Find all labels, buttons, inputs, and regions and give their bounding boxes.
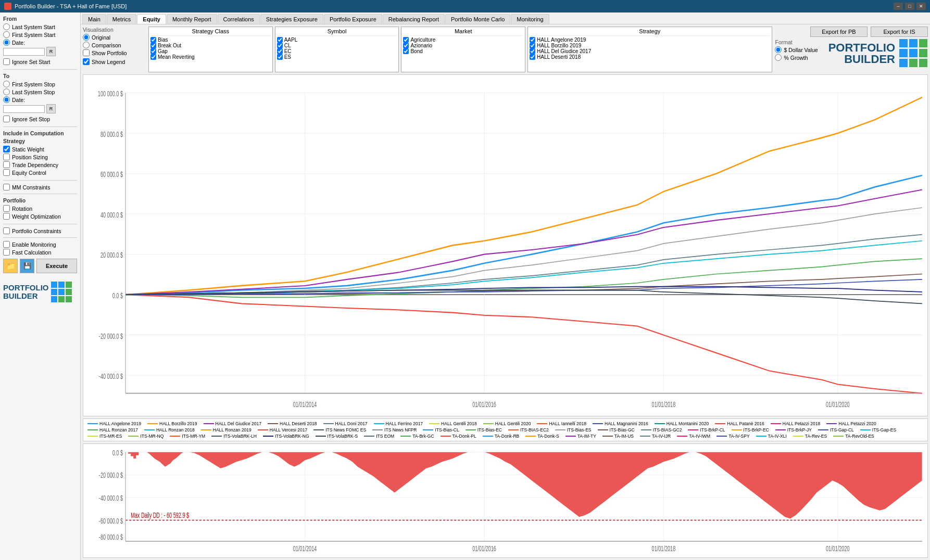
portfolio-constraints-item[interactable]: Portfolio Constraints	[3, 227, 77, 234]
position-sizing-item[interactable]: Position Sizing	[3, 154, 77, 160]
logo-text-1: PORTFOLIO	[3, 284, 49, 292]
data-boxes: Strategy Class Bias Break Out Gap Mean R…	[148, 27, 772, 72]
to-date-input[interactable]: 14/05/2021	[3, 105, 45, 113]
legend-hall-deserti: HALL Deserti 2018	[268, 421, 317, 426]
strategy-class-header: Strategy Class	[150, 28, 271, 36]
to-date[interactable]: Date:	[3, 96, 77, 103]
visualisation-section: Visualisation Original Comparison Show P…	[83, 27, 145, 66]
from-date[interactable]: Date:	[3, 39, 77, 46]
market-agriculture[interactable]: Agriculture	[403, 37, 523, 43]
strategy-hall-deserti[interactable]: HALL Deserti 2018	[530, 54, 770, 60]
legend-ta-donk-rb: TA-Donk-RB	[483, 434, 520, 439]
strategy-breakout[interactable]: Break Out	[150, 43, 271, 48]
svg-text:60 000.0 $: 60 000.0 $	[100, 170, 123, 179]
symbol-cl[interactable]: CL	[277, 43, 397, 48]
legend-its-volabrk-s: ITS-VolaBRK-S	[316, 434, 358, 439]
symbol-es[interactable]: ES	[277, 54, 397, 60]
from-date-reset[interactable]: R	[46, 47, 56, 56]
to-last-system-stop[interactable]: Last System Stop	[3, 88, 77, 95]
tab-rebalancing-report[interactable]: Rebalancing Report	[383, 14, 445, 24]
export-for-is-button[interactable]: Export for IS	[871, 27, 928, 37]
legend-area: HALL Angelone 2019 HALL Borzillo 2019 HA…	[83, 418, 928, 441]
svg-text:0.0 $: 0.0 $	[112, 449, 123, 457]
strategy-mean-reverting[interactable]: Mean Reverting	[150, 54, 271, 60]
window-controls: – □ ✕	[894, 3, 926, 10]
from-last-system-start[interactable]: Last System Start	[3, 23, 77, 30]
svg-rect-9	[899, 39, 908, 47]
ignore-set-stop[interactable]: Ignore Set Stop	[3, 116, 77, 122]
execute-button[interactable]: Execute	[36, 259, 77, 273]
close-button[interactable]: ✕	[916, 3, 926, 10]
strategy-hall-delgiudice[interactable]: HALL Del Giudice 2017	[530, 48, 770, 54]
svg-rect-17	[919, 59, 927, 67]
tab-strategies-exposure[interactable]: Strategies Exposure	[260, 14, 323, 24]
to-first-system-stop[interactable]: First System Stop	[3, 81, 77, 87]
mm-constraints-item[interactable]: MM Constraints	[3, 184, 77, 190]
ignore-set-start[interactable]: Ignore Set Start	[3, 58, 77, 65]
tab-main[interactable]: Main	[82, 14, 106, 24]
legend-ta-brk-gc: TA-Brk-GC	[400, 434, 434, 439]
legend-hall-ronzan-2019: HALL Ronzan 2019	[201, 427, 252, 432]
tab-equity[interactable]: Equity	[137, 14, 166, 24]
legend-its-mr-ym: ITS-MR-YM	[170, 434, 205, 439]
legend-ta-donk-s: TA-Donk-S	[525, 434, 559, 439]
computation-section: Include in Computation Strategy Static W…	[3, 130, 77, 176]
show-legend[interactable]: Show Legend	[83, 58, 145, 65]
viz-original[interactable]: Original	[83, 34, 145, 41]
svg-text:01/01/2018: 01/01/2018	[652, 544, 676, 553]
svg-rect-15	[899, 59, 908, 67]
chart-area: 100 000.0 $ 80 000.0 $ 60 000.0 $ 40 000…	[83, 74, 928, 558]
strategy-class-box: Strategy Class Bias Break Out Gap Mean R…	[148, 27, 273, 72]
market-list: Agriculture Azionario Bond	[403, 37, 523, 71]
svg-rect-2	[66, 282, 72, 288]
symbol-ec[interactable]: EC	[277, 48, 397, 54]
enable-monitoring-item[interactable]: Enable Monitoring	[3, 241, 77, 248]
logo-text-2: BUILDER	[3, 292, 49, 301]
equity-panel: Visualisation Original Comparison Show P…	[81, 24, 930, 560]
legend-hall-doni: HALL Doni 2017	[323, 421, 368, 426]
tab-portfolio-exposure[interactable]: Portfolio Exposure	[324, 14, 382, 24]
format-dollar[interactable]: $ Dollar Value	[775, 46, 818, 53]
tab-portfolio-monte-carlo[interactable]: Portfolio Monte Carlo	[445, 14, 510, 24]
market-bond[interactable]: Bond	[403, 48, 523, 54]
tab-bar: Main Metrics Equity Monthly Report Corre…	[81, 12, 930, 24]
strategy-hall-borzillo[interactable]: HALL Borzillo 2019	[530, 43, 770, 48]
strategy-hall-angelone[interactable]: HALL Angelone 2019	[530, 37, 770, 43]
pb-logo-large: PORTFOLIO BUILDER	[828, 39, 928, 68]
rotation-item[interactable]: Rotation	[3, 205, 77, 212]
svg-rect-0	[51, 282, 57, 288]
tab-correlations[interactable]: Correlations	[218, 14, 260, 24]
fast-calculation-item[interactable]: Fast Calculation	[3, 249, 77, 256]
from-label: From	[3, 16, 77, 22]
trade-dependency-item[interactable]: Trade Dependency	[3, 161, 77, 168]
symbol-aapl[interactable]: AAPL	[277, 37, 397, 43]
show-portfolio[interactable]: Show Portfolio	[83, 49, 145, 56]
folder-button[interactable]: 📁	[3, 259, 18, 273]
strategy-bias[interactable]: Bias	[150, 37, 271, 43]
equity-control-item[interactable]: Equity Control	[3, 169, 77, 176]
portfolio-label: Portfolio	[3, 197, 77, 203]
tab-monitoring[interactable]: Monitoring	[511, 14, 549, 24]
to-date-reset[interactable]: R	[46, 104, 56, 113]
strategy-gap[interactable]: Gap	[150, 48, 271, 54]
svg-text:01/01/2016: 01/01/2016	[472, 399, 496, 409]
visualisation-label: Visualisation	[83, 27, 145, 33]
legend-its-mr-es: ITS-MR-ES	[87, 434, 122, 439]
minimize-button[interactable]: –	[894, 3, 903, 10]
legend-hall-delgiudice: HALL Del Giudice 2017	[204, 421, 262, 426]
save-button[interactable]: 💾	[20, 259, 34, 273]
weight-optimization-item[interactable]: Weight Optimization	[3, 213, 77, 220]
tab-metrics[interactable]: Metrics	[107, 14, 136, 24]
maximize-button[interactable]: □	[905, 3, 914, 10]
tab-monthly-report[interactable]: Monthly Report	[167, 14, 217, 24]
controls-row: Visualisation Original Comparison Show P…	[83, 27, 928, 72]
from-date-input[interactable]: 01/05/2013	[3, 48, 45, 56]
legend-ta-im-us: TA-IM-US	[602, 434, 634, 439]
format-growth[interactable]: % Growth	[775, 54, 818, 61]
from-first-system-start[interactable]: First System Start	[3, 31, 77, 38]
export-for-pb-button[interactable]: Export for PB	[810, 27, 868, 37]
format-section: Format $ Dollar Value % Growth	[775, 39, 818, 61]
market-azionario[interactable]: Azionario	[403, 43, 523, 48]
static-weight-item[interactable]: Static Weight	[3, 146, 77, 152]
viz-comparison[interactable]: Comparison	[83, 42, 145, 48]
